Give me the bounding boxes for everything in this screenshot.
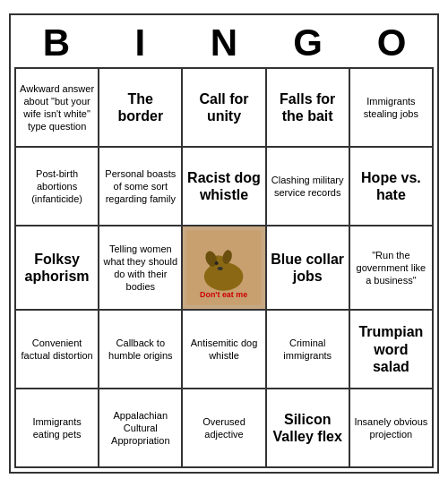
cell-1-4[interactable]: Hope vs. hate bbox=[350, 148, 434, 226]
cell-0-0[interactable]: Awkward answer about "but your wife isn'… bbox=[16, 69, 99, 148]
cell-0-3[interactable]: Falls for the bait bbox=[267, 69, 350, 148]
cell-4-4[interactable]: Insanely obvious projection bbox=[350, 389, 434, 468]
svg-point-6 bbox=[218, 267, 223, 270]
cell-2-4[interactable]: "Run the government like a business" bbox=[350, 226, 434, 311]
cell-4-1[interactable]: Appalachian Cultural Appropriation bbox=[99, 389, 183, 468]
cell-2-3[interactable]: Blue collar jobs bbox=[267, 226, 350, 311]
svg-text:Don't eat me: Don't eat me bbox=[200, 290, 247, 299]
cell-2-2-free[interactable]: Don't eat me bbox=[183, 226, 266, 311]
cell-1-0[interactable]: Post-birth abortions (infanticide) bbox=[16, 148, 99, 226]
cell-0-2[interactable]: Call for unity bbox=[183, 69, 266, 148]
cell-1-2[interactable]: Racist dog whistle bbox=[183, 148, 266, 226]
cell-3-3[interactable]: Criminal immigrants bbox=[267, 311, 350, 389]
cell-3-4[interactable]: Trumpian word salad bbox=[350, 311, 434, 389]
header-o: O bbox=[349, 19, 434, 67]
cell-3-1[interactable]: Callback to humble origins bbox=[99, 311, 183, 389]
header-b: B bbox=[14, 19, 99, 67]
cell-2-0[interactable]: Folksy aphorism bbox=[16, 226, 99, 311]
bingo-grid: Awkward answer about "but your wife isn'… bbox=[14, 67, 434, 468]
cell-1-3[interactable]: Clashing military service records bbox=[267, 148, 350, 226]
cell-0-4[interactable]: Immigrants stealing jobs bbox=[350, 69, 434, 148]
header-g: G bbox=[266, 19, 350, 67]
cell-1-1[interactable]: Personal boasts of some sort regarding f… bbox=[99, 148, 183, 226]
cell-3-0[interactable]: Convenient factual distortion bbox=[16, 311, 99, 389]
free-space-image: Don't eat me bbox=[183, 226, 264, 309]
header-n: N bbox=[182, 19, 266, 67]
cell-4-0[interactable]: Immigrants eating pets bbox=[16, 389, 99, 468]
cell-3-2[interactable]: Antisemitic dog whistle bbox=[183, 311, 266, 389]
header-i: I bbox=[99, 19, 183, 67]
bingo-header: B I N G O bbox=[14, 19, 434, 67]
svg-point-5 bbox=[215, 261, 219, 265]
cell-0-1[interactable]: The border bbox=[99, 69, 183, 148]
bingo-card: B I N G O Awkward answer about "but your… bbox=[9, 13, 439, 474]
cell-4-3[interactable]: Silicon Valley flex bbox=[267, 389, 350, 468]
cell-4-2[interactable]: Overused adjective bbox=[183, 389, 266, 468]
cell-2-1[interactable]: Telling women what they should do with t… bbox=[99, 226, 183, 311]
